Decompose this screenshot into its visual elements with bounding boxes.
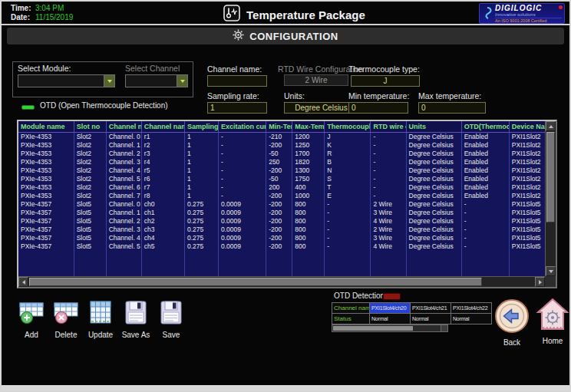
scroll-up-icon[interactable]	[546, 121, 556, 131]
table-cell[interactable]: -	[461, 209, 509, 217]
table-cell[interactable]: Enabled	[461, 192, 509, 200]
table-cell[interactable]: -	[371, 192, 406, 200]
col-header[interactable]: Units	[406, 121, 461, 132]
table-cell[interactable]: Degree Celsius	[406, 217, 461, 226]
table-cell[interactable]: -	[461, 234, 509, 242]
table-cell[interactable]: Channel. 3	[106, 226, 141, 234]
table-cell[interactable]: Channel. 2	[106, 217, 141, 226]
table-cell[interactable]: -	[371, 166, 406, 175]
table-cell[interactable]: PXIe-4357	[18, 226, 74, 234]
channel-name-input[interactable]	[207, 75, 267, 87]
table-cell[interactable]: E	[325, 192, 371, 200]
table-cell[interactable]: PXI1Slot5	[509, 242, 545, 251]
table-row[interactable]: PXIe-4353Slot2Channel. 6r71-200400T-Degr…	[18, 183, 545, 192]
table-cell[interactable]: 200	[266, 183, 292, 192]
vertical-scrollbar[interactable]	[545, 121, 556, 276]
col-header[interactable]: Slot no	[74, 121, 106, 132]
table-cell[interactable]: r6	[141, 175, 184, 183]
table-cell[interactable]: -	[371, 175, 406, 183]
table-cell[interactable]: PXIe-4353	[18, 192, 74, 200]
table-cell[interactable]: -	[371, 132, 406, 141]
table-cell[interactable]: 800	[292, 200, 325, 209]
table-cell[interactable]: Channel. 0	[106, 132, 141, 141]
table-cell[interactable]: 800	[292, 226, 325, 234]
table-cell[interactable]: -200	[266, 200, 292, 209]
table-row[interactable]: PXIe-4353Slot2Channel. 3r41-2501820B-Deg…	[18, 158, 545, 166]
table-cell[interactable]: 0.0009	[219, 200, 266, 209]
table-cell[interactable]: PXI1Slot2	[509, 150, 545, 158]
table-cell[interactable]: 400	[292, 183, 325, 192]
table-cell[interactable]: 800	[292, 234, 325, 242]
table-cell[interactable]: PXI1Slot2	[509, 175, 545, 183]
table-cell[interactable]: Slot2	[74, 150, 106, 158]
table-cell[interactable]: Channel. 1	[106, 141, 141, 150]
table-cell[interactable]: 2 Wire	[371, 226, 406, 234]
table-cell[interactable]: PXIe-4357	[18, 242, 74, 251]
table-cell[interactable]: Enabled	[461, 150, 509, 158]
table-cell[interactable]: PXIe-4353	[18, 141, 74, 150]
table-cell[interactable]: 800	[292, 209, 325, 217]
table-cell[interactable]: -200	[266, 192, 292, 200]
table-cell[interactable]: PXI1Slot2	[509, 192, 545, 200]
table-cell[interactable]: r1	[141, 132, 184, 141]
table-cell[interactable]: Slot5	[74, 209, 106, 217]
table-cell[interactable]: PXI1Slot2	[509, 183, 545, 192]
table-cell[interactable]: PXI1Slot2	[509, 141, 545, 150]
table-cell[interactable]: -	[219, 183, 266, 192]
sampling-rate-input[interactable]	[207, 102, 267, 114]
col-header[interactable]: RTD wire config	[371, 121, 406, 132]
table-cell[interactable]: 1	[184, 158, 218, 166]
add-button[interactable]: Add	[14, 300, 49, 339]
table-cell[interactable]: PXIe-4353	[18, 166, 74, 175]
table-cell[interactable]: 0.275	[184, 217, 218, 226]
table-cell[interactable]: 0.0009	[219, 234, 266, 242]
table-cell[interactable]: Slot2	[74, 175, 106, 183]
table-cell[interactable]: -	[219, 158, 266, 166]
table-cell[interactable]: -210	[266, 132, 292, 141]
units-select[interactable]: Degree Celsius	[284, 102, 358, 114]
col-header[interactable]: Thermocouple type	[325, 121, 371, 132]
table-cell[interactable]: Degree Celsius	[406, 132, 461, 141]
table-cell[interactable]: Degree Celsius	[406, 175, 461, 183]
table-cell[interactable]: 1	[184, 192, 218, 200]
vertical-scroll-thumb[interactable]	[546, 132, 555, 222]
table-cell[interactable]: -200	[266, 141, 292, 150]
table-cell[interactable]: -	[325, 200, 371, 209]
table-cell[interactable]: 3 Wire	[371, 234, 406, 242]
table-cell[interactable]: r5	[141, 166, 184, 175]
table-row[interactable]: PXIe-4353Slot2Channel. 0r11--2101200J-De…	[18, 132, 545, 141]
back-button[interactable]: Back	[493, 298, 531, 347]
table-cell[interactable]: Degree Celsius	[406, 226, 461, 234]
status-value-cell[interactable]: Normal	[370, 314, 410, 324]
table-cell[interactable]: ch0	[141, 200, 184, 209]
delete-button[interactable]: Delete	[48, 300, 84, 339]
table-cell[interactable]: 4 Wire	[371, 217, 406, 226]
table-cell[interactable]: PXIe-4353	[18, 150, 74, 158]
table-cell[interactable]: 1700	[292, 150, 325, 158]
table-cell[interactable]: 1750	[292, 175, 325, 183]
save-as-button[interactable]: Save As	[118, 300, 153, 339]
table-cell[interactable]: -	[219, 141, 266, 150]
col-header[interactable]: Excitation current(RTD)	[219, 121, 266, 132]
table-row[interactable]: PXIe-4353Slot2Channel. 5r61--501750S-Deg…	[18, 175, 545, 183]
table-cell[interactable]: -	[219, 150, 266, 158]
table-cell[interactable]: Channel. 5	[106, 175, 141, 183]
table-cell[interactable]: 1	[184, 141, 218, 150]
table-cell[interactable]: PXI1Slot2	[509, 132, 545, 141]
col-header[interactable]: Min-Temp	[266, 121, 292, 132]
table-cell[interactable]: Channel. 0	[106, 200, 141, 209]
table-cell[interactable]: -	[219, 166, 266, 175]
table-cell[interactable]: Enabled	[461, 183, 509, 192]
table-cell[interactable]: ch2	[141, 217, 184, 226]
table-cell[interactable]: Degree Celsius	[406, 158, 461, 166]
table-cell[interactable]: Channel. 1	[106, 209, 141, 217]
table-cell[interactable]: 0.275	[184, 234, 218, 242]
table-cell[interactable]: 0.0009	[219, 209, 266, 217]
table-cell[interactable]: -	[325, 217, 371, 226]
table-row[interactable]: PXIe-4357Slot5Channel. 3ch30.2750.0009-2…	[18, 226, 545, 234]
table-cell[interactable]: -200	[266, 242, 292, 251]
table-row[interactable]: PXIe-4353Slot2Channel. 7r81--2001000E-De…	[18, 192, 545, 200]
table-cell[interactable]: -50	[266, 150, 292, 158]
home-button[interactable]: Home	[535, 297, 570, 345]
table-cell[interactable]: -	[461, 200, 509, 209]
